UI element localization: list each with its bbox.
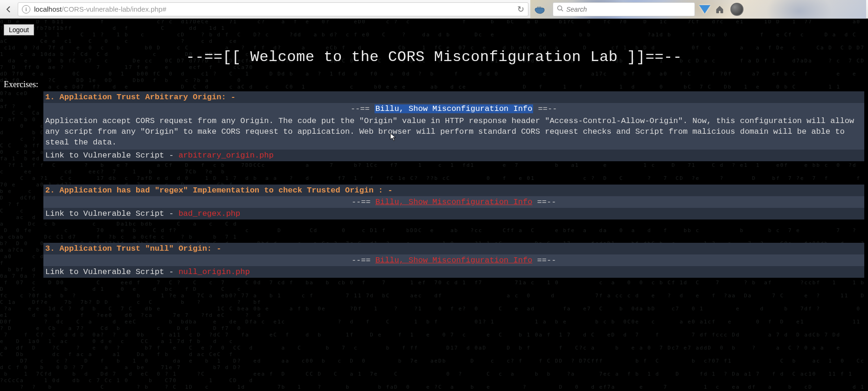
show-misconfiguration-link[interactable]: Billu, Show Misconfiguration Info [375, 198, 533, 206]
home-icon[interactable] [714, 3, 726, 15]
browser-toolbar: i localhost/CORS-vulnerable-lab/index.ph… [0, 0, 868, 19]
vulnerable-script-row: Link to Vulnerable Script - arbitrary_or… [43, 150, 864, 161]
svg-point-0 [558, 6, 562, 10]
exercise-block: 1. Application Trust Arbitrary Origin: -… [43, 91, 864, 161]
persona-theme-area [530, 0, 866, 19]
url-text: localhost/CORS-vulnerable-lab/index.php# [34, 5, 167, 13]
exercise-block: 2. Application has bad "regex" Implement… [43, 185, 864, 220]
back-button[interactable] [2, 2, 16, 16]
docker-whale-icon[interactable] [533, 2, 547, 16]
vulnerable-script-link[interactable]: null_origin.php [179, 268, 250, 276]
vulnerable-script-row: Link to Vulnerable Script - bad_regex.ph… [43, 208, 864, 220]
show-misconfiguration-link[interactable]: Billu, Show Misconfiguration Info [375, 104, 534, 113]
svg-line-1 [562, 10, 563, 12]
search-icon [557, 5, 563, 13]
exercise-title: 1. Application Trust Arbitrary Origin: - [43, 91, 864, 103]
vulnerable-script-row: Link to Vulnerable Script - null_origin.… [43, 266, 864, 278]
vulnerable-script-link[interactable]: bad_regex.php [179, 209, 241, 218]
exercises-label: Exercises: [4, 80, 864, 89]
exercise-description: Application accept CORS request from any… [43, 115, 864, 150]
misconfiguration-banner: --== Billu, Show Misconfiguration Info =… [43, 196, 864, 208]
search-bar[interactable] [553, 2, 695, 16]
reload-icon[interactable]: ↻ [517, 4, 524, 14]
page-title: --==[[ Welcome to the CORS Misconfigurat… [4, 48, 864, 66]
exercise-block: 3. Application Trust "null" Origin: ---=… [43, 243, 864, 278]
url-bar[interactable]: i localhost/CORS-vulnerable-lab/index.ph… [18, 2, 528, 16]
search-input[interactable] [566, 6, 691, 13]
page-content: d D e D f b11 f c? c d17DeCe 71 c? a f e… [0, 19, 868, 391]
vulnerable-script-link[interactable]: arbitrary_origin.php [179, 151, 274, 160]
downloads-icon[interactable] [698, 2, 712, 16]
menu-sphere-icon[interactable] [730, 3, 743, 16]
misconfiguration-banner: --== Billu, Show Misconfiguration Info =… [43, 103, 864, 115]
logout-button[interactable]: Logout [4, 24, 34, 35]
info-icon[interactable]: i [22, 5, 30, 14]
exercise-title: 3. Application Trust "null" Origin: - [43, 243, 864, 254]
show-misconfiguration-link[interactable]: Billu, Show Misconfiguration Info [375, 256, 533, 265]
misconfiguration-banner: --== Billu, Show Misconfiguration Info =… [43, 254, 864, 266]
exercise-title: 2. Application has bad "regex" Implement… [43, 185, 864, 196]
